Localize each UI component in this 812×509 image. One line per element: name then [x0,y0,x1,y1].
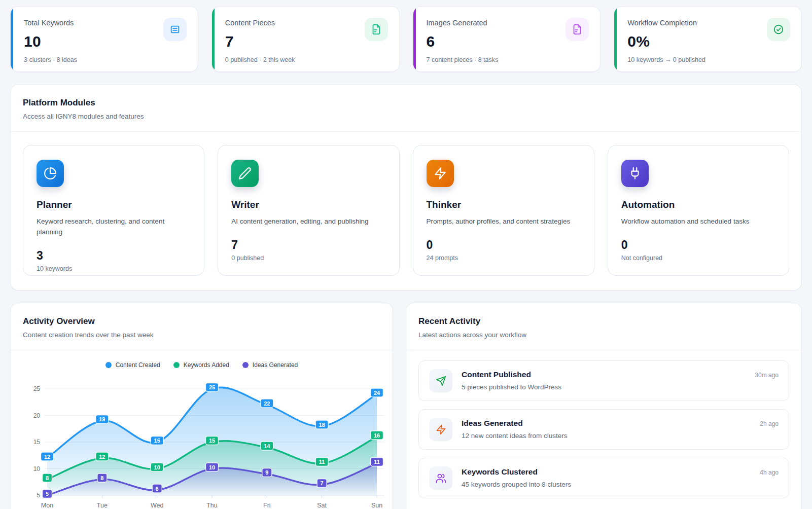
dashboard-page: Total Keywords 10 3 clusters · 8 ideas C… [0,0,812,509]
activity-title: Ideas Generated [462,419,523,428]
point-label: 6 [152,484,162,493]
point-label: 22 [261,399,273,408]
svg-text:19: 19 [99,416,105,422]
module-sub: Not configured [621,254,775,262]
module-description: AI content generation, editing, and publ… [231,216,385,227]
stat-value: 7 [225,33,388,50]
legend-label: Ideas Generated [253,361,298,369]
svg-text:5: 5 [46,491,49,497]
activity-item-ideas-generated[interactable]: Ideas Generated 2h ago 12 new content id… [418,409,789,450]
module-name: Thinker [427,199,581,210]
module-name: Planner [37,199,191,210]
svg-text:24: 24 [374,390,380,396]
stat-accent-bar [413,7,416,71]
activity-chart: 510152025MonTueWedThuFriSatSun1219152522… [15,373,389,509]
module-name: Automation [621,199,775,210]
point-label: 24 [371,388,383,397]
stat-card-content-pieces: Content Pieces 7 0 published · 2 this we… [211,6,400,72]
point-label: 5 [43,490,52,498]
recent-activity-panel: Recent Activity Latest actions across yo… [406,303,802,509]
module-card-automation[interactable]: Automation Workflow automation and sched… [608,145,789,276]
legend-item[interactable]: Content Created [105,361,160,369]
y-axis-tick-label: 20 [33,412,41,419]
activity-item-content-published[interactable]: Content Published 30m ago 5 pieces publi… [418,360,789,401]
point-label: 12 [96,452,109,461]
bottom-row: Activity Overview Content creation trend… [10,303,802,509]
activity-title: Content Published [462,370,531,379]
x-axis-label: Mon [41,502,53,509]
point-label: 16 [371,431,383,440]
x-axis-label: Thu [206,502,218,509]
legend-label: Keywords Added [184,361,229,369]
module-value: 3 [37,249,191,263]
svg-text:11: 11 [319,459,325,465]
point-label: 14 [261,442,273,450]
module-value: 0 [427,238,581,252]
stat-card-images-generated: Images Generated 6 7 content pieces · 8 … [413,6,601,72]
module-value: 7 [231,238,385,252]
activity-time: 2h ago [760,420,779,427]
point-label: 8 [43,474,52,482]
activity-overview-panel: Activity Overview Content creation trend… [10,303,393,509]
x-axis-label: Fri [263,502,271,509]
point-label: 8 [97,474,107,482]
module-card-thinker[interactable]: Thinker Prompts, author profiles, and co… [413,145,594,276]
point-label: 11 [371,458,383,466]
module-card-writer[interactable]: Writer AI content generation, editing, a… [218,145,399,276]
stat-accent-bar [11,7,13,71]
svg-text:15: 15 [209,438,215,444]
stat-card-workflow-completion: Workflow Completion 0% 10 keywords → 0 p… [614,6,802,72]
point-label: 11 [315,458,328,466]
svg-text:9: 9 [265,469,268,476]
y-axis-tick-label: 25 [33,385,41,392]
x-axis-label: Sat [317,502,327,509]
svg-text:12: 12 [99,454,105,460]
platform-modules-subtitle: Access all IGNY8 modules and features [23,113,789,120]
y-axis-tick-label: 15 [33,439,41,446]
point-label: 15 [206,437,219,445]
activity-item-keywords-clustered[interactable]: Keywords Clustered 4h ago 45 keywords gr… [418,458,789,498]
svg-text:16: 16 [374,432,380,439]
activity-time: 30m ago [755,372,779,379]
x-axis-label: Wed [151,502,164,509]
activity-list: Content Published 30m ago 5 pieces publi… [406,350,801,509]
activity-description: 45 keywords grouped into 8 clusters [462,481,779,488]
activity-overview-subtitle: Content creation trends over the past we… [23,331,380,339]
legend-item[interactable]: Keywords Added [173,361,229,369]
stat-label: Images Generated [427,19,589,27]
point-label: 25 [206,383,219,392]
chart-legend: Content CreatedKeywords AddedIdeas Gener… [15,361,389,369]
chart-body: Content CreatedKeywords AddedIdeas Gener… [11,350,393,509]
x-axis-label: Tue [97,502,108,509]
platform-modules-panel: Platform Modules Access all IGNY8 module… [10,84,802,290]
svg-text:25: 25 [209,384,215,390]
stat-card-total-keywords: Total Keywords 10 3 clusters · 8 ideas [10,6,198,72]
module-description: Workflow automation and scheduled tasks [621,216,775,227]
module-sub: 10 keywords [37,265,191,272]
file-image-icon [566,18,589,41]
svg-text:11: 11 [374,459,380,465]
svg-text:8: 8 [100,475,103,481]
module-description: Prompts, author profiles, and content st… [427,216,581,227]
module-sub: 24 prompts [427,254,581,262]
recent-activity-title: Recent Activity [418,316,789,326]
platform-modules-title: Platform Modules [23,98,789,108]
legend-label: Content Created [116,361,160,369]
recent-activity-subtitle: Latest actions across your workflow [418,331,789,339]
module-sub: 0 published [231,254,385,262]
point-label: 12 [41,452,54,461]
stat-value: 0% [627,33,790,50]
svg-text:10: 10 [154,464,160,470]
module-card-planner[interactable]: Planner Keyword research, clustering, an… [23,145,204,276]
stat-sub: 7 content pieces · 8 tasks [427,56,589,63]
file-text-icon [365,18,388,41]
svg-text:7: 7 [321,480,324,486]
plug-icon [621,160,649,187]
point-label: 10 [206,463,219,471]
svg-text:10: 10 [209,464,215,470]
activity-title: Keywords Clustered [462,467,538,477]
send-icon [429,369,452,392]
check-circle-icon [767,18,790,41]
activity-description: 12 new content ideas from clusters [462,432,779,440]
legend-item[interactable]: Ideas Generated [242,361,298,369]
